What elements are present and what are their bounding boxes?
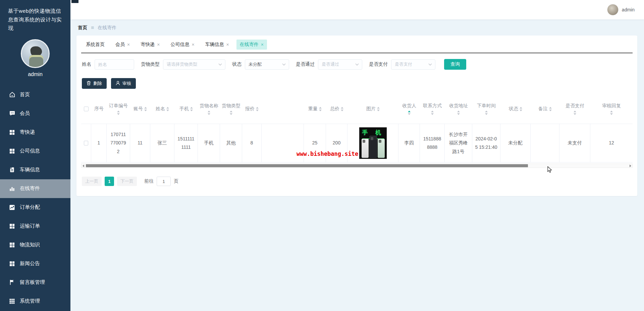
column-header-审核回复[interactable]: 审核回复 — [590, 94, 633, 124]
breadcrumb-home[interactable]: 首页 — [78, 25, 87, 31]
sidebar-item-label: 首页 — [20, 91, 30, 98]
sidebar-item-首页[interactable]: 首页 — [0, 85, 70, 104]
pass-select[interactable]: 是否通过 — [318, 59, 362, 70]
scroll-left-arrow-icon[interactable] — [83, 165, 84, 167]
column-header-收货人[interactable]: 收货人 — [398, 94, 420, 124]
column-header-货物类型[interactable]: 货物类型 — [220, 94, 242, 124]
column-header-状态[interactable]: 状态 — [500, 94, 531, 124]
audit-button-label: 审核 — [122, 80, 131, 86]
sort-caret-icon[interactable] — [190, 107, 193, 111]
column-header-是否支付[interactable]: 是否支付 — [559, 94, 590, 124]
name-filter-input[interactable] — [95, 59, 134, 70]
sidebar-item-公司信息[interactable]: 公司信息 — [0, 142, 70, 161]
row-checkbox[interactable] — [84, 141, 88, 145]
column-header-姓名[interactable]: 姓名 — [150, 94, 174, 124]
grid9-icon — [9, 298, 15, 304]
comment-icon — [9, 110, 15, 117]
tab-close-icon[interactable]: × — [192, 42, 194, 47]
sidebar-item-留言板管理[interactable]: 留言板管理 — [0, 273, 70, 292]
tab-close-icon[interactable]: × — [261, 42, 264, 47]
goto-page-input[interactable] — [157, 177, 171, 186]
pay-select[interactable]: 是否支付 — [391, 59, 435, 70]
sidebar-item-订单分配[interactable]: 订单分配 — [0, 198, 70, 217]
column-label: 手机 — [179, 106, 189, 112]
cargo-photo[interactable]: 手 机 — [359, 127, 387, 159]
header-username[interactable]: admin — [622, 7, 635, 12]
next-page-button[interactable]: 下一页 — [117, 177, 137, 186]
sort-caret-icon[interactable] — [457, 111, 460, 115]
sort-caret-icon[interactable] — [256, 107, 259, 111]
sidebar-item-label: 订单分配 — [20, 204, 40, 210]
cell-quote: 8 — [242, 124, 262, 162]
sort-caret-icon[interactable] — [610, 111, 613, 115]
tab-公司信息[interactable]: 公司信息× — [167, 40, 198, 50]
sort-caret-icon[interactable] — [485, 111, 488, 115]
delete-button-label: 删除 — [93, 80, 102, 86]
tab-车辆信息[interactable]: 车辆信息× — [202, 40, 232, 50]
column-header-图片[interactable]: 图片 — [347, 94, 398, 124]
column-header-收货地址[interactable]: 收货地址 — [445, 94, 472, 124]
sidebar-item-车辆信息[interactable]: 车辆信息 — [0, 161, 70, 179]
cell-orderNo: 1707117700792 — [107, 124, 130, 162]
sort-caret-icon[interactable] — [166, 107, 169, 111]
column-header-货物名称[interactable]: 货物名称 — [198, 94, 220, 124]
breadcrumb-separator-icon: ≡ — [91, 25, 94, 30]
column-header-备注[interactable]: 备注 — [531, 94, 559, 124]
line-chart-icon — [9, 204, 15, 210]
scroll-right-arrow-icon[interactable] — [630, 165, 631, 167]
sidebar-item-会员[interactable]: 会员 — [0, 104, 70, 123]
horizontal-scrollbar[interactable] — [81, 164, 633, 168]
column-label: 姓名 — [156, 106, 165, 112]
pay-filter-label: 是否支付 — [369, 61, 388, 67]
sidebar-item-运输订单[interactable]: 运输订单 — [0, 217, 70, 236]
column-header-账号[interactable]: 账号 — [130, 94, 150, 124]
sidebar-item-寄快递[interactable]: 寄快递 — [0, 123, 70, 142]
sort-caret-icon[interactable] — [431, 111, 434, 115]
tab-在线寄件[interactable]: 在线寄件× — [236, 40, 267, 50]
tab-close-icon[interactable]: × — [127, 42, 130, 47]
sort-caret-icon[interactable] — [319, 107, 322, 111]
tab-close-icon[interactable]: × — [226, 42, 229, 47]
column-header-重量[interactable]: 重量 — [304, 94, 326, 124]
cargo-type-select[interactable]: 请选择货物类型 — [163, 59, 225, 70]
audit-button[interactable]: 审核 — [111, 78, 136, 89]
search-button[interactable]: 查询 — [444, 59, 466, 70]
column-header-下单时间[interactable]: 下单时间 — [472, 94, 500, 124]
sort-caret-icon[interactable] — [117, 111, 120, 115]
tab-close-icon[interactable]: × — [157, 42, 160, 47]
tab-会员[interactable]: 会员× — [112, 40, 133, 50]
status-select[interactable]: 未分配 — [245, 59, 289, 70]
tab-寄快递[interactable]: 寄快递× — [137, 40, 163, 50]
column-header-订单编号[interactable]: 订单编号 — [107, 94, 130, 124]
sort-caret-icon[interactable] — [408, 111, 411, 115]
column-label: 货物类型 — [222, 103, 240, 109]
select-all-checkbox[interactable] — [84, 107, 89, 111]
sort-caret-icon[interactable] — [377, 107, 380, 111]
column-header-联系方式[interactable]: 联系方式 — [420, 94, 445, 124]
column-header-报价[interactable]: 报价 — [242, 94, 262, 124]
grid-icon — [9, 223, 15, 229]
column-header-手机[interactable]: 手机 — [174, 94, 198, 124]
sort-caret-icon[interactable] — [520, 107, 522, 111]
sidebar-item-新闻公告[interactable]: 新闻公告 — [0, 254, 70, 273]
sidebar-item-在线寄件[interactable]: 在线寄件 — [0, 179, 70, 198]
prev-page-button[interactable]: 上一页 — [82, 177, 102, 186]
sidebar-item-物流知识[interactable]: 物流知识 — [0, 236, 70, 254]
column-header-总价[interactable]: 总价 — [326, 94, 347, 124]
sidebar-item-系统管理[interactable]: 系统管理 — [0, 292, 70, 311]
sort-caret-icon[interactable] — [208, 111, 210, 115]
sort-caret-icon[interactable] — [341, 107, 343, 111]
flag-icon — [9, 279, 15, 286]
sort-caret-icon[interactable] — [549, 107, 552, 111]
bar-chart-icon — [9, 186, 15, 192]
sort-caret-icon[interactable] — [230, 111, 232, 115]
delete-button[interactable]: 删除 — [82, 78, 107, 89]
scrollbar-thumb[interactable] — [86, 164, 528, 167]
sort-caret-icon[interactable] — [144, 107, 147, 111]
tab-系统首页[interactable]: 系统首页 — [83, 40, 108, 50]
page-number-1[interactable]: 1 — [105, 177, 114, 186]
collapse-toggle[interactable] — [71, 0, 78, 3]
sort-caret-icon[interactable] — [574, 111, 576, 115]
grid-icon — [9, 261, 15, 267]
header-avatar[interactable] — [607, 4, 619, 15]
